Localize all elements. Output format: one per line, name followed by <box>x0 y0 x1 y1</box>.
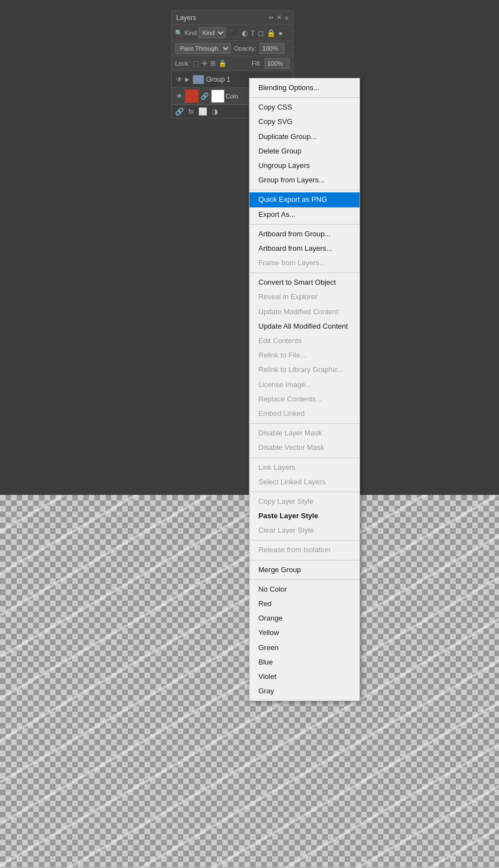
menu-update-modified-content[interactable]: Update Modified Content <box>250 305 360 319</box>
separator-6 <box>250 458 360 458</box>
filter-label: 🔍 Kind <box>175 29 197 37</box>
menu-embed-linked[interactable]: Embed Linked <box>250 406 360 421</box>
menu-copy-css[interactable]: Copy CSS <box>250 100 360 115</box>
menu-relink-to-file[interactable]: Relink to File... <box>250 348 360 363</box>
pixel-filter-icon[interactable]: ⬛ <box>230 29 239 37</box>
menu-ungroup-layers[interactable]: Ungroup Layers <box>250 158 360 173</box>
menu-paste-layer-style[interactable]: Paste Layer Style <box>250 509 360 523</box>
filter-icons: ⬛ ◐ T ◻ 🔒 ● <box>230 29 283 37</box>
separator-3 <box>250 224 360 225</box>
menu-disable-layer-mask[interactable]: Disable Layer Mask <box>250 426 360 440</box>
separator-2 <box>250 190 360 190</box>
menu-copy-layer-style[interactable]: Copy Layer Style <box>250 494 360 509</box>
panel-controls: ⇔ ✕ ≡ <box>268 14 288 21</box>
menu-merge-group[interactable]: Merge Group <box>250 563 360 577</box>
kind-dropdown[interactable]: Kind <box>198 27 226 38</box>
lock-pixels-icon[interactable]: ⬚ <box>193 59 199 67</box>
menu-blending-options[interactable]: Blending Options... <box>250 81 360 95</box>
group1-name: Group 1 <box>206 76 230 83</box>
mask-icon[interactable]: ⬜ <box>198 107 207 116</box>
opacity-input[interactable] <box>260 43 285 54</box>
type-filter-icon[interactable]: T <box>251 29 255 37</box>
menu-convert-smart-object[interactable]: Convert to Smart Object <box>250 275 360 290</box>
panel-menu-icon[interactable]: ≡ <box>285 14 288 21</box>
link-icon: 🔗 <box>201 92 209 100</box>
menu-gray[interactable]: Gray <box>250 684 360 698</box>
menu-delete-group[interactable]: Delete Group <box>250 144 360 158</box>
separator-10 <box>250 579 360 580</box>
filter-search: 🔍 Kind Kind <box>175 27 226 38</box>
shape-filter-icon[interactable]: ◻ <box>258 29 264 37</box>
menu-copy-svg[interactable]: Copy SVG <box>250 115 360 129</box>
menu-yellow[interactable]: Yellow <box>250 626 360 640</box>
visibility-icon-color[interactable]: 👁 <box>175 92 184 101</box>
opacity-label: Opacity: <box>234 45 256 52</box>
menu-group-from-layers[interactable]: Group from Layers... <box>250 173 360 187</box>
menu-disable-vector-mask[interactable]: Disable Vector Mask <box>250 440 360 455</box>
context-menu: Blending Options... Copy CSS Copy SVG Du… <box>249 78 360 701</box>
separator-5 <box>250 423 360 424</box>
menu-artboard-from-group[interactable]: Artboard from Group... <box>250 227 360 241</box>
adjustment-icon[interactable]: ◑ <box>212 107 218 116</box>
menu-green[interactable]: Green <box>250 641 360 655</box>
menu-blue[interactable]: Blue <box>250 655 360 669</box>
menu-edit-contents[interactable]: Edit Contents <box>250 334 360 348</box>
menu-no-color[interactable]: No Color <box>250 582 360 597</box>
separator-9 <box>250 560 360 561</box>
folder-icon-group1 <box>193 75 204 84</box>
panel-title: Layers <box>176 14 196 22</box>
fill-label: Fill: <box>252 60 261 67</box>
menu-link-layers[interactable]: Link Layers <box>250 460 360 475</box>
separator-1 <box>250 97 360 98</box>
expand-icon-group1[interactable]: ▶ <box>185 76 189 82</box>
smart-filter-icon[interactable]: 🔒 <box>267 29 276 37</box>
toggle-filter-icon[interactable]: ● <box>278 29 283 37</box>
close-icon[interactable]: ✕ <box>277 14 282 21</box>
menu-export-as[interactable]: Export As... <box>250 207 360 222</box>
layer-thumbnail-red <box>185 90 198 103</box>
separator-4 <box>250 272 360 273</box>
blend-mode-dropdown[interactable]: Pass Through <box>175 43 231 54</box>
menu-relink-to-library[interactable]: Relink to Library Graphic... <box>250 363 360 377</box>
lock-position-icon[interactable]: ✛ <box>202 59 207 67</box>
separator-7 <box>250 492 360 492</box>
menu-clear-layer-style[interactable]: Clear Layer Style <box>250 523 360 538</box>
menu-artboard-from-layers[interactable]: Artboard from Layers... <box>250 241 360 256</box>
menu-violet[interactable]: Violet <box>250 669 360 684</box>
lock-row: Lock: ⬚ ✛ ⊞ 🔒 Fill: <box>172 56 293 71</box>
menu-duplicate-group[interactable]: Duplicate Group... <box>250 130 360 144</box>
menu-red[interactable]: Red <box>250 597 360 611</box>
fill-input[interactable] <box>265 58 290 69</box>
blend-mode-row: Pass Through Opacity: <box>172 41 293 56</box>
lock-label: Lock: <box>175 60 189 67</box>
visibility-icon-group1[interactable]: 👁 <box>175 75 184 84</box>
color-layer-name: Colo <box>226 93 238 100</box>
panel-titlebar: Layers ⇔ ✕ ≡ <box>172 11 293 25</box>
menu-frame-from-layers[interactable]: Frame from Layers... <box>250 256 360 270</box>
collapse-icon[interactable]: ⇔ <box>268 14 273 21</box>
fx-icon[interactable]: fx <box>188 107 194 116</box>
lock-icons: ⬚ ✛ ⊞ 🔒 <box>193 59 227 67</box>
filter-row: 🔍 Kind Kind ⬛ ◐ T ◻ 🔒 ● <box>172 25 293 41</box>
layer-thumbnail-white <box>211 90 224 103</box>
menu-select-linked-layers[interactable]: Select Linked Layers <box>250 475 360 489</box>
menu-replace-contents[interactable]: Replace Contents... <box>250 392 360 406</box>
menu-reveal-in-explorer[interactable]: Reveal in Explorer <box>250 290 360 304</box>
separator-8 <box>250 540 360 540</box>
menu-update-all-modified[interactable]: Update All Modified Content <box>250 319 360 334</box>
lock-all-icon[interactable]: 🔒 <box>218 59 227 67</box>
lock-artboard-icon[interactable]: ⊞ <box>210 59 216 67</box>
menu-license-image[interactable]: License Image... <box>250 378 360 392</box>
menu-orange[interactable]: Orange <box>250 611 360 626</box>
adjust-filter-icon[interactable]: ◐ <box>242 29 248 37</box>
menu-release-from-isolation[interactable]: Release from Isolation <box>250 543 360 557</box>
menu-quick-export-png[interactable]: Quick Export as PNG <box>250 192 360 207</box>
link-layers-icon[interactable]: 🔗 <box>175 107 184 116</box>
